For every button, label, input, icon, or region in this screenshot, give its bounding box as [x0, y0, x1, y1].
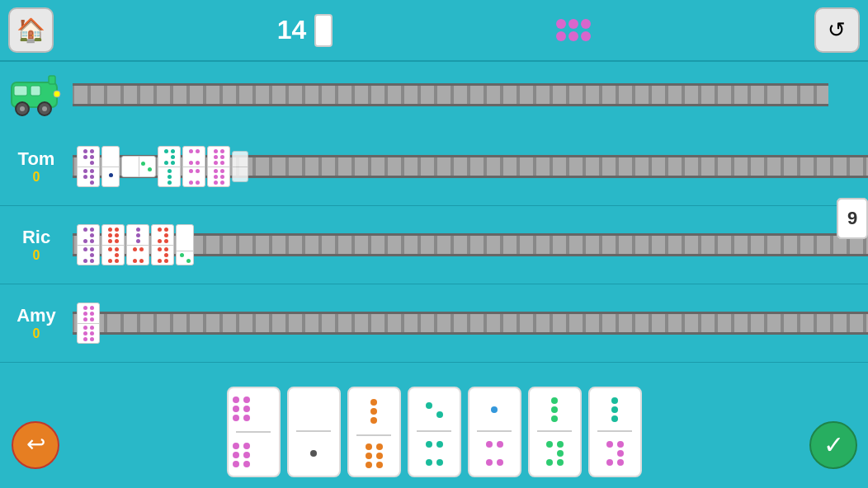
hand-domino-7[interactable]: [588, 387, 642, 477]
domino[interactable]: [126, 224, 149, 265]
amy-track: [73, 284, 868, 363]
domino[interactable]: [158, 146, 181, 187]
score-area: 14: [277, 14, 333, 47]
svg-point-6: [42, 106, 47, 111]
refresh-button[interactable]: ↺: [814, 7, 860, 53]
home-icon: 🏠: [17, 16, 45, 44]
domino[interactable]: [77, 146, 100, 187]
center-station-dots: [556, 19, 591, 41]
amy-dominoes: [77, 303, 100, 344]
domino[interactable]: [121, 156, 156, 177]
tracks-area: Tom 0: [0, 62, 868, 375]
player-name-tom: Tom: [0, 148, 73, 170]
hand-domino-4[interactable]: [408, 387, 461, 477]
bottom-area: ↩: [0, 375, 868, 488]
confirm-button[interactable]: ✓: [806, 418, 860, 472]
player-label-tom: Tom 0: [0, 148, 73, 185]
ric-dominoes: [77, 224, 194, 265]
game-area: 🏠 14 ↺: [0, 0, 868, 488]
tom-dominoes: [77, 146, 248, 187]
train-icon: [0, 66, 73, 124]
train-svg: [7, 66, 65, 124]
hand-domino-1[interactable]: [227, 387, 281, 477]
svg-text:↩: ↩: [26, 431, 45, 457]
ric-track: [73, 206, 868, 284]
domino[interactable]: [77, 303, 100, 344]
domino[interactable]: [232, 151, 248, 182]
score-domino: [314, 14, 333, 47]
main-track: [73, 56, 828, 134]
player-row-amy: Amy 0: [0, 284, 868, 363]
player-label-amy: Amy 0: [0, 305, 73, 341]
train-row: [0, 62, 868, 128]
hand-domino-6[interactable]: [528, 387, 582, 477]
player-score-amy: 0: [0, 326, 73, 341]
player-score-tom: 0: [0, 170, 73, 185]
svg-point-8: [54, 91, 60, 97]
svg-rect-7: [49, 76, 55, 84]
home-button[interactable]: 🏠: [8, 7, 54, 53]
svg-rect-2: [31, 86, 40, 96]
tom-track: [73, 128, 868, 206]
domino[interactable]: [77, 224, 100, 265]
domino[interactable]: [207, 146, 230, 187]
amy-score-badge: 9: [837, 198, 868, 239]
player-name-ric: Ric: [0, 227, 73, 248]
refresh-icon: ↺: [828, 17, 846, 43]
player-label-ric: Ric 0: [0, 227, 73, 263]
score-number: 14: [277, 15, 307, 45]
hand-domino-5[interactable]: [468, 387, 521, 477]
domino[interactable]: [101, 146, 120, 187]
hand-domino-2[interactable]: [287, 387, 341, 477]
undo-icon: ↩: [11, 420, 60, 470]
domino[interactable]: [151, 224, 174, 265]
domino[interactable]: [176, 224, 194, 265]
top-bar: 🏠 14 ↺: [0, 0, 868, 62]
confirm-icon: ✓: [809, 420, 858, 470]
domino[interactable]: [182, 146, 205, 187]
svg-text:✓: ✓: [823, 431, 843, 458]
svg-point-4: [20, 106, 25, 111]
player-score-ric: 0: [0, 248, 73, 263]
player-row-tom: Tom 0: [0, 128, 868, 206]
player-name-amy: Amy: [0, 305, 73, 326]
domino[interactable]: [101, 224, 125, 265]
undo-button[interactable]: ↩: [8, 418, 62, 472]
svg-rect-1: [14, 86, 27, 96]
hand-domino-3[interactable]: [347, 387, 401, 477]
player-row-ric: Ric 0: [0, 206, 868, 284]
